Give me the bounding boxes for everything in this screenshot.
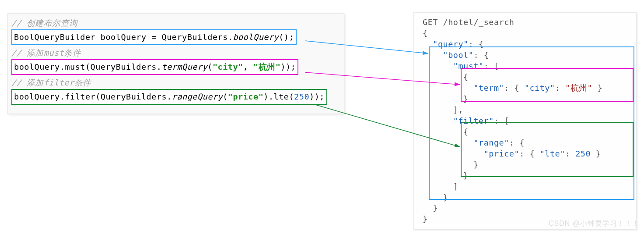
json-line: "bool": { (423, 50, 632, 61)
code-string: "city" (213, 62, 243, 71)
code-text: )); (309, 92, 325, 101)
json-line: "filter": [ (423, 116, 632, 127)
json-line: "range": { (423, 138, 632, 149)
code-box-boolquery: BoolQueryBuilder boolQuery = QueryBuilde… (11, 29, 297, 45)
json-line: { (423, 127, 632, 138)
json-line: } (423, 160, 632, 171)
json-line: } (423, 203, 632, 214)
code-method: termQuery (162, 62, 208, 71)
code-text: (); (279, 32, 294, 42)
comment-add-filter: // 添加filter条件 (11, 78, 340, 88)
code-box-filter: boolQuery.filter(QueryBuilders.rangeQuer… (11, 89, 327, 105)
code-text: )); (280, 62, 296, 71)
comment-create-bool: // 创建布尔查询 (11, 18, 340, 28)
code-text: BoolQueryBuilder boolQuery = QueryBuilde… (14, 32, 233, 42)
code-string: "price" (228, 92, 263, 101)
code-text: ).lte( (263, 92, 294, 101)
json-line: } (423, 171, 632, 181)
json-line: { (423, 72, 632, 83)
json-dsl-panel: GET /hotel/_search { "query": { "bool": … (413, 12, 637, 230)
code-number: 250 (294, 92, 309, 101)
code-text: , (243, 62, 253, 71)
code-text: boolQuery.filter(QueryBuilders. (14, 92, 172, 101)
json-line: } (423, 94, 632, 105)
json-line: ], (423, 105, 632, 116)
json-line: { (423, 28, 632, 39)
code-text: ( (223, 92, 228, 101)
code-method: boolQuery (233, 32, 279, 42)
code-method: rangeQuery (172, 92, 223, 101)
json-line: ] (423, 181, 632, 192)
json-line: "query": { (423, 39, 632, 50)
code-string: "杭州" (253, 62, 280, 71)
json-line: "must": [ (423, 61, 632, 72)
json-line: GET /hotel/_search (423, 17, 632, 28)
java-code-panel: // 创建布尔查询 BoolQueryBuilder boolQuery = Q… (7, 13, 344, 114)
json-line: "price": { "lte": 250 } (423, 149, 632, 160)
comment-add-must: // 添加must条件 (11, 48, 340, 58)
code-text: ( (207, 62, 213, 71)
json-line: "term": { "city": "杭州" } (423, 83, 632, 94)
code-box-must: boolQuery.must(QueryBuilders.termQuery("… (11, 59, 298, 75)
json-line: } (423, 192, 632, 203)
code-text: boolQuery.must(QueryBuilders. (14, 62, 162, 71)
watermark: CSDN @小钟要学习！！！ (549, 219, 640, 228)
